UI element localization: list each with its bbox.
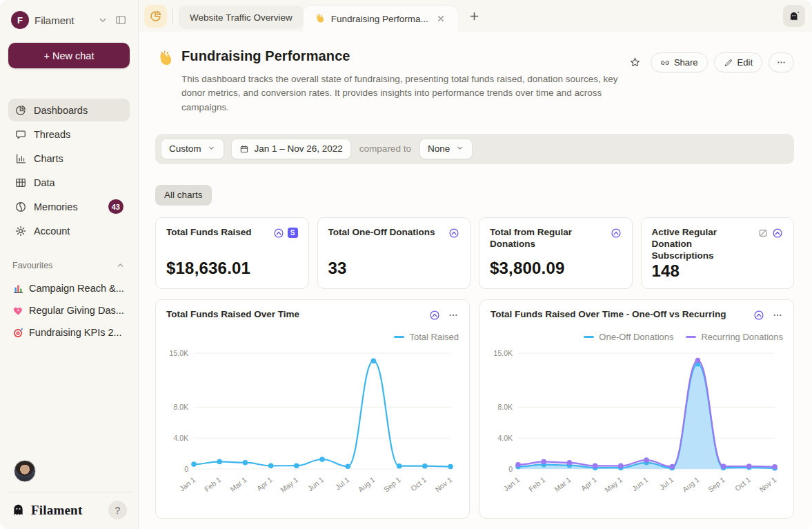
sidebar-item-threads[interactable]: Threads: [8, 123, 130, 146]
legend-swatch: [394, 336, 404, 338]
more-options-button[interactable]: [769, 52, 794, 72]
kpi-card-head: Total from Regular Donations: [490, 227, 622, 250]
kpi-title: Total Funds Raised: [166, 227, 269, 239]
page-description: This dashboard tracks the overall state …: [181, 72, 626, 114]
chevron-up-icon[interactable]: [115, 260, 126, 270]
help-button[interactable]: ?: [108, 501, 127, 519]
source-circle-icon: [429, 310, 440, 321]
sidebar-toggle-icon[interactable]: [115, 14, 127, 26]
svg-text:8.0K: 8.0K: [173, 403, 188, 411]
kpi-card-head: Total Funds RaisedS: [166, 227, 298, 239]
svg-text:Nov 1: Nov 1: [757, 475, 778, 493]
kpi-source-icons: [448, 228, 459, 239]
sidebar-item-label: Charts: [34, 153, 123, 164]
svg-text:Aug 1: Aug 1: [357, 475, 377, 493]
kpi-card-3[interactable]: Active Regular Donation Subscriptions148: [641, 217, 795, 289]
sidebar-item-data[interactable]: Data: [8, 171, 130, 194]
favourite-item-0[interactable]: Campaign Reach &...: [8, 279, 130, 298]
tab-1[interactable]: Fundraising Performa...: [304, 6, 457, 32]
compare-value: None: [428, 143, 450, 154]
tab-label: Website Traffic Overview: [190, 12, 293, 23]
sidebar-item-memories[interactable]: Memories43: [8, 195, 130, 218]
range-type-select[interactable]: Custom: [161, 139, 224, 159]
chat-icon: [14, 128, 27, 141]
edit-button[interactable]: Edit: [714, 52, 762, 72]
kpi-card-row: Total Funds RaisedS$18,636.01Total One-O…: [155, 217, 794, 289]
kpi-card-2[interactable]: Total from Regular Donations$3,800.09: [479, 217, 633, 289]
svg-text:Nov 1: Nov 1: [433, 475, 453, 493]
table-icon: [14, 177, 27, 189]
chart-title: Total Funds Raised Over Time - One-Off v…: [491, 309, 749, 321]
svg-text:Mar 1: Mar 1: [228, 475, 248, 493]
line-chart-canvas: 04.0K8.0K15.0KJan 1Feb 1Mar 1Apr 1May 1J…: [166, 345, 459, 505]
source-circle-icon: [273, 228, 284, 239]
svg-text:Jun 1: Jun 1: [306, 475, 326, 492]
sidebar-item-label: Dashboards: [34, 105, 123, 116]
favourites-header[interactable]: Favourites: [8, 260, 130, 270]
sidebar: F Filament + New chat DashboardsThreadsC…: [0, 0, 139, 529]
svg-text:Jan 1: Jan 1: [178, 475, 197, 492]
kpi-value: $3,800.09: [490, 259, 622, 279]
gear-icon: [14, 225, 27, 237]
svg-text:Oct 1: Oct 1: [409, 475, 428, 492]
chart-title: Total Funds Raised Over Time: [166, 309, 425, 321]
chart-card-head: Total Funds Raised Over Time: [166, 309, 459, 321]
legend-swatch: [686, 336, 696, 338]
new-chat-button[interactable]: + New chat: [8, 43, 130, 68]
tabs: Website Traffic OverviewFundraising Perf…: [179, 6, 457, 32]
all-charts-filter-chip[interactable]: All charts: [155, 185, 212, 206]
workspace-switcher[interactable]: F Filament: [8, 11, 130, 29]
area-chart-canvas: 04.0K8.0K15.0KJan 1Feb 1Mar 1Apr 1May 1J…: [491, 345, 783, 505]
kpi-title: Total from Regular Donations: [490, 227, 606, 250]
calendar-icon: [239, 144, 249, 154]
favourite-item-label: Regular Giving Das...: [29, 305, 124, 316]
svg-text:Feb 1: Feb 1: [527, 475, 547, 493]
brand-wordmark: Filament: [31, 503, 103, 518]
svg-text:Jun 1: Jun 1: [631, 475, 650, 492]
share-button[interactable]: Share: [651, 52, 708, 72]
kpi-value: 148: [652, 261, 784, 282]
chart-more-button[interactable]: [772, 310, 783, 321]
legend-item: Recurring Donations: [686, 332, 783, 342]
kpi-card-1[interactable]: Total One-Off Donations33: [317, 217, 471, 289]
source-circle-icon: [448, 228, 459, 239]
svg-text:8.0K: 8.0K: [497, 403, 513, 411]
workspace-avatar: F: [11, 11, 29, 29]
charts-row: Total Funds Raised Over TimeTotal Raised…: [155, 299, 794, 519]
svg-text:4.0K: 4.0K: [173, 433, 188, 441]
kpi-title: Active Regular Donation Subscriptions: [652, 227, 754, 262]
user-avatar[interactable]: [14, 460, 36, 482]
chart-legend: One-Off DonationsRecurring Donations: [491, 332, 783, 342]
chevron-down-icon: [207, 143, 216, 154]
new-tab-button[interactable]: [464, 6, 485, 26]
kpi-card-0[interactable]: Total Funds RaisedS$18,636.01: [155, 217, 309, 289]
legend-item: One-Off Donations: [584, 332, 673, 342]
favourite-item-2[interactable]: Fundraising KPIs 2...: [8, 323, 130, 342]
sidebar-item-dashboards[interactable]: Dashboards: [8, 99, 130, 121]
svg-text:Apr 1: Apr 1: [580, 475, 598, 492]
tab-label: Fundraising Performa...: [331, 14, 428, 24]
sidebar-item-account[interactable]: Account: [8, 219, 130, 242]
compare-select[interactable]: None: [419, 139, 473, 159]
chart-card-actions: [429, 310, 459, 321]
chevron-down-icon[interactable]: [97, 14, 109, 26]
svg-text:May 1: May 1: [603, 475, 624, 494]
chart-more-button[interactable]: [448, 310, 459, 321]
sidebar-item-charts[interactable]: Charts: [8, 147, 130, 170]
favourite-item-label: Fundraising KPIs 2...: [29, 327, 122, 338]
chart-card-1: Total Funds Raised Over Time - One-Off v…: [479, 299, 794, 519]
date-range-picker[interactable]: Jan 1 – Nov 26, 2022: [231, 139, 351, 159]
assistant-ghost-button[interactable]: [783, 5, 805, 27]
sidebar-divider: [7, 492, 131, 492]
workspace-name: Filament: [34, 14, 91, 26]
star-favourite-button[interactable]: [626, 54, 644, 72]
filter-bar: Custom Jan 1 – Nov 26, 2022 compared to …: [155, 134, 794, 164]
range-type-value: Custom: [169, 143, 201, 154]
tab-close-icon[interactable]: [435, 13, 446, 24]
page-header: Fundraising Performance This dashboard t…: [155, 48, 794, 114]
page-title: Fundraising Performance: [181, 48, 626, 64]
tab-0[interactable]: Website Traffic Overview: [179, 6, 304, 29]
svg-text:0: 0: [508, 464, 513, 472]
dashboards-home-button[interactable]: [144, 5, 167, 28]
favourite-item-1[interactable]: Regular Giving Das...: [8, 301, 130, 320]
